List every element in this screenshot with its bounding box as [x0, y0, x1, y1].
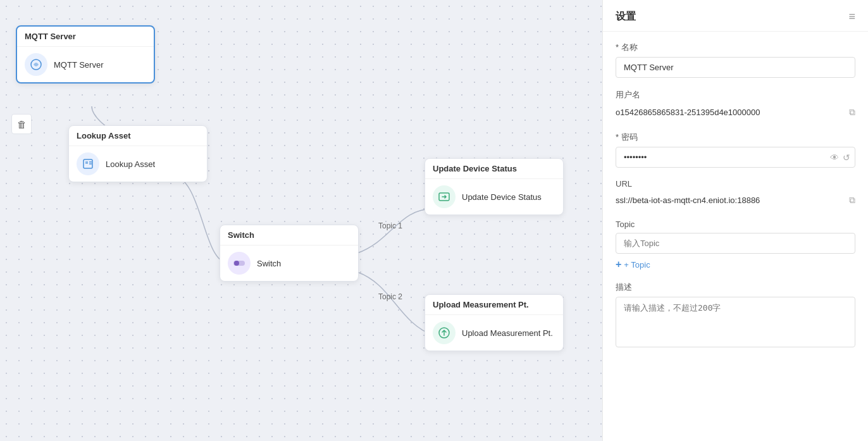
desc-label: 描述	[616, 282, 855, 293]
refresh-icon[interactable]: ↺	[843, 152, 850, 163]
plus-icon: +	[616, 259, 621, 270]
password-wrapper: 👁 ↺	[616, 147, 855, 168]
password-label: * 密码	[616, 132, 855, 143]
topic2-label: Topic 2	[378, 292, 402, 301]
username-label: 用户名	[616, 89, 855, 101]
lookup-icon	[77, 152, 99, 175]
settings-title: 设置	[616, 10, 636, 23]
settings-menu-icon[interactable]: ≡	[848, 10, 855, 23]
url-label: URL	[616, 179, 855, 189]
form-group-desc: 描述	[616, 282, 855, 350]
node-switch-header: Switch	[220, 225, 358, 245]
desc-textarea[interactable]	[616, 297, 855, 347]
password-actions: 👁 ↺	[830, 152, 850, 163]
node-mqtt-server-header: MQTT Server	[17, 27, 154, 47]
form-group-password: * 密码 👁 ↺	[616, 132, 855, 168]
url-value: ssl://beta-iot-as-mqtt-cn4.eniot.io:1888…	[616, 192, 855, 208]
canvas-area[interactable]: 🗑 MQTT Server MQTT Server Lookup Asset	[0, 0, 602, 441]
delete-button[interactable]: 🗑	[11, 114, 32, 134]
settings-header: 设置 ≡	[603, 0, 868, 32]
node-upload-measurement-header: Upload Measurement Pt.	[425, 295, 563, 315]
trash-icon: 🗑	[17, 119, 27, 130]
name-label: * 名称	[616, 42, 855, 53]
username-copy-icon[interactable]: ⧉	[849, 107, 855, 118]
add-topic-button[interactable]: + + Topic	[616, 259, 855, 270]
node-switch-label: Switch	[257, 259, 281, 268]
node-lookup-asset[interactable]: Lookup Asset Lookup Asset	[68, 125, 208, 182]
eye-slash-icon[interactable]: 👁	[830, 152, 839, 163]
node-upload-measurement[interactable]: Upload Measurement Pt. Upload Measuremen…	[425, 294, 564, 351]
topic-label: Topic	[616, 220, 855, 229]
node-update-device[interactable]: Update Device Status Update Device Statu…	[425, 158, 564, 215]
password-input[interactable]	[616, 147, 855, 168]
settings-panel: 设置 ≡ * 名称 用户名 o15426865865831-251395d4e1…	[602, 0, 868, 441]
svg-point-6	[234, 261, 239, 266]
svg-rect-2	[85, 161, 88, 164]
topic1-label: Topic 1	[378, 221, 402, 230]
form-group-name: * 名称	[616, 42, 855, 78]
node-upload-measurement-label: Upload Measurement Pt.	[462, 328, 553, 338]
form-group-url: URL ssl://beta-iot-as-mqtt-cn4.eniot.io:…	[616, 179, 855, 208]
form-group-username: 用户名 o15426865865831-251395d4e1000000 ⧉	[616, 89, 855, 120]
node-mqtt-server[interactable]: MQTT Server MQTT Server	[16, 25, 155, 84]
mqtt-icon	[25, 53, 47, 76]
node-mqtt-server-label: MQTT Server	[54, 60, 104, 70]
switch-icon	[228, 252, 251, 275]
upload-icon	[433, 321, 456, 344]
node-lookup-asset-header: Lookup Asset	[69, 126, 207, 146]
settings-body: * 名称 用户名 o15426865865831-251395d4e100000…	[603, 32, 868, 441]
url-copy-icon[interactable]: ⧉	[849, 195, 855, 206]
topic-input[interactable]	[616, 233, 855, 254]
name-input[interactable]	[616, 57, 855, 78]
node-update-device-label: Update Device Status	[462, 192, 542, 202]
username-value: o15426865865831-251395d4e1000000 ⧉	[616, 104, 855, 120]
form-group-topic: Topic + + Topic	[616, 220, 855, 270]
topic-input-wrapper	[616, 233, 855, 254]
update-device-icon	[433, 185, 456, 208]
node-switch[interactable]: Switch Switch	[220, 225, 359, 282]
node-update-device-header: Update Device Status	[425, 159, 563, 179]
node-lookup-asset-label: Lookup Asset	[106, 159, 155, 169]
